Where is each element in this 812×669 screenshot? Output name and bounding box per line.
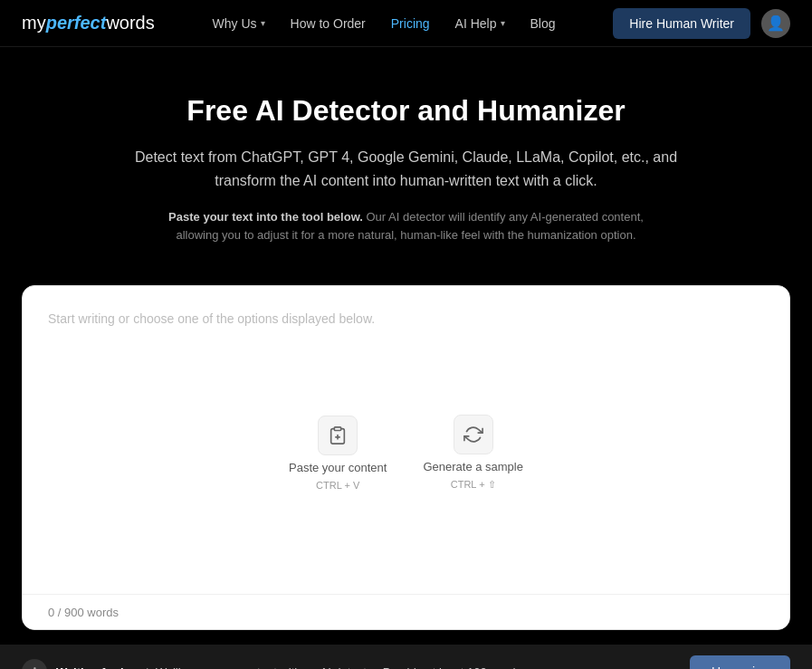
nav-item-pricing: Pricing [391, 16, 430, 31]
bottom-bar: ℹ Waiting for input. We'll scan your con… [0, 645, 812, 669]
nav-item-ai-help: AI Help ▾ [455, 16, 505, 31]
generate-sample-action[interactable]: Generate a sample CTRL + ⇧ [423, 415, 523, 491]
waiting-text: Waiting for input. [56, 665, 152, 669]
nav-item-how-to-order: How to Order [291, 16, 366, 31]
svg-rect-0 [335, 427, 341, 431]
generate-sample-label: Generate a sample [423, 460, 523, 473]
nav-link-why-us[interactable]: Why Us ▾ [213, 16, 265, 31]
hero-section: Free AI Detector and Humanizer Detect te… [0, 47, 812, 271]
logo-words: words [106, 13, 154, 33]
info-icon: ℹ [22, 659, 47, 669]
nav-item-why-us: Why Us ▾ [213, 16, 265, 31]
paste-icon [318, 416, 358, 455]
word-count-bar: 0 / 900 words [23, 594, 789, 629]
chevron-down-icon: ▾ [501, 18, 505, 28]
hero-title: Free AI Detector and Humanizer [18, 94, 794, 128]
nav-link-pricing[interactable]: Pricing [391, 16, 430, 31]
hero-hint-bold: Paste your text into the tool below. [168, 210, 363, 224]
nav-item-blog: Blog [530, 16, 556, 31]
generate-sample-shortcut: CTRL + ⇧ [451, 479, 496, 491]
chevron-down-icon: ▾ [261, 18, 265, 28]
nav-link-ai-help[interactable]: AI Help ▾ [455, 16, 505, 31]
nav-right: Hire Human Writer 👤 [613, 8, 790, 39]
nav-link-blog[interactable]: Blog [530, 16, 556, 31]
status-detail: We'll scan your content with an AI detec… [156, 665, 525, 669]
status-left: ℹ Waiting for input. We'll scan your con… [22, 659, 525, 669]
paste-content-label: Paste your content [289, 461, 387, 474]
status-text: Waiting for input. We'll scan your conte… [56, 665, 525, 669]
text-area-section[interactable]: Start writing or choose one of the optio… [23, 286, 789, 594]
hire-human-writer-button[interactable]: Hire Human Writer [613, 8, 750, 39]
paste-content-shortcut: CTRL + V [316, 480, 359, 491]
nav-link-how-to-order[interactable]: How to Order [291, 16, 366, 31]
humanize-button[interactable]: Humanize [690, 655, 790, 669]
logo-perfect: perfect [46, 13, 107, 33]
tool-wrapper: Start writing or choose one of the optio… [0, 271, 812, 645]
logo: myperfectwords [22, 13, 155, 33]
generate-icon [454, 415, 493, 454]
hero-subtitle: Detect text from ChatGPT, GPT 4, Google … [126, 146, 687, 192]
tool-container: Start writing or choose one of the optio… [22, 285, 790, 630]
action-icons: Paste your content CTRL + V Generate a s… [48, 308, 764, 579]
paste-content-action[interactable]: Paste your content CTRL + V [289, 416, 387, 491]
logo-my: my [22, 13, 46, 33]
text-placeholder: Start writing or choose one of the optio… [48, 311, 375, 326]
hero-hint: Paste your text into the tool below. Our… [153, 208, 660, 244]
user-avatar[interactable]: 👤 [761, 9, 790, 38]
navbar: myperfectwords Why Us ▾ How to Order Pri… [0, 0, 812, 47]
nav-links: Why Us ▾ How to Order Pricing AI Help ▾ … [213, 16, 556, 31]
word-count: 0 / 900 words [48, 606, 119, 619]
